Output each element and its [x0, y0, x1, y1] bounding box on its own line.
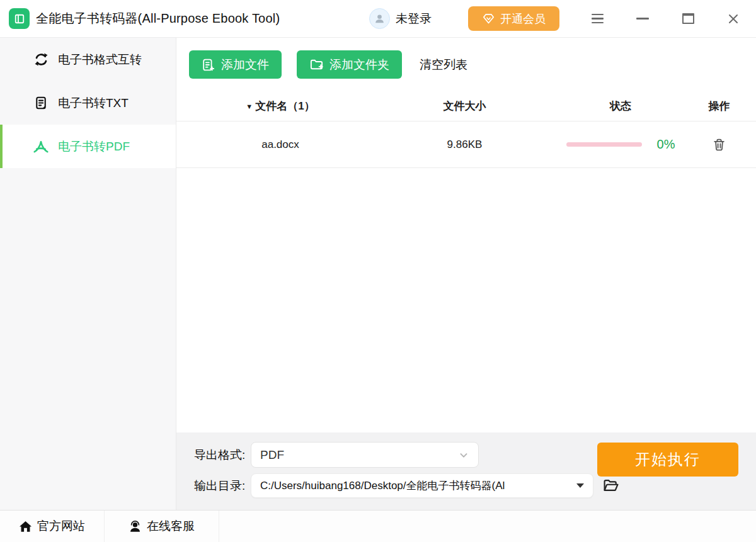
- file-size: 9.86KB: [384, 138, 545, 151]
- file-list-empty-area: [176, 168, 756, 432]
- add-folder-button[interactable]: 添加文件夹: [297, 50, 402, 79]
- sort-desc-icon: ▼: [246, 103, 253, 110]
- login-status[interactable]: 未登录: [396, 11, 432, 27]
- start-button[interactable]: 开始执行: [597, 443, 738, 477]
- trash-icon: [713, 138, 726, 151]
- sidebar-item-label: 电子书格式互转: [58, 52, 142, 68]
- titlebar: 全能电子书转码器(All-Purpose Ebook Tool) 未登录 开通会…: [0, 0, 756, 38]
- user-icon: [374, 13, 386, 25]
- caret-down-icon: [576, 483, 584, 488]
- output-dir-label: 输出目录:: [194, 478, 246, 494]
- footer-support-label: 在线客服: [147, 518, 195, 534]
- header-action: 操作: [696, 99, 756, 113]
- maximize-icon: [682, 13, 694, 24]
- file-status: 0%: [545, 137, 696, 152]
- vip-button[interactable]: 开通会员: [468, 6, 559, 31]
- header-filename-label: 文件名（1）: [255, 99, 314, 113]
- titlebar-right: 未登录 开通会员: [369, 6, 741, 31]
- file-action: [696, 138, 756, 151]
- add-folder-icon: [309, 57, 324, 72]
- add-file-label: 添加文件: [221, 57, 269, 73]
- delete-file-button[interactable]: [713, 138, 726, 151]
- pdf-icon: [33, 138, 49, 155]
- chevron-down-icon: [458, 449, 469, 461]
- close-icon: [727, 13, 740, 25]
- maximize-button[interactable]: [680, 11, 696, 26]
- main-panel: 添加文件 添加文件夹 清空列表 ▼ 文件名（1） 文件大小: [176, 38, 756, 510]
- headset-icon: [129, 520, 142, 533]
- progress-bar: [566, 142, 642, 147]
- sidebar-item-label: 电子书转PDF: [58, 138, 130, 155]
- output-dir-select[interactable]: C:/Users/huibang168/Desktop/全能电子书转码器(Al: [251, 473, 593, 498]
- header-filename[interactable]: ▼ 文件名（1）: [176, 99, 384, 113]
- table-row[interactable]: aa.docx 9.86KB 0%: [176, 121, 756, 168]
- export-format-value: PDF: [260, 448, 284, 462]
- footer-website-link[interactable]: 官方网站: [0, 511, 105, 542]
- hamburger-icon: [592, 14, 604, 24]
- vip-gem-icon: [482, 12, 495, 25]
- output-dir-row: 输出目录: C:/Users/huibang168/Desktop/全能电子书转…: [194, 473, 738, 498]
- close-button[interactable]: [726, 11, 741, 26]
- file-name: aa.docx: [176, 138, 384, 151]
- sidebar-item-format-convert[interactable]: 电子书格式互转: [0, 38, 176, 81]
- minimize-icon: [636, 18, 649, 20]
- sidebar-item-to-pdf[interactable]: 电子书转PDF: [0, 125, 176, 168]
- add-file-icon: [202, 58, 215, 72]
- export-format-select[interactable]: PDF: [251, 442, 479, 468]
- footer: 官方网站 在线客服: [0, 510, 756, 542]
- sidebar-item-to-txt[interactable]: 电子书转TXT: [0, 81, 176, 125]
- output-dir-value: C:/Users/huibang168/Desktop/全能电子书转码器(Al: [260, 478, 505, 493]
- progress-percent: 0%: [657, 137, 675, 152]
- header-status: 状态: [545, 99, 696, 113]
- app-title: 全能电子书转码器(All-Purpose Ebook Tool): [36, 10, 280, 27]
- book-icon: [13, 13, 26, 25]
- export-format-label: 导出格式:: [194, 447, 246, 463]
- action-panel: 导出格式: PDF 输出目录: C:/Users/huibang168/Desk…: [176, 432, 756, 510]
- window-body: 电子书格式互转 电子书转TXT: [0, 38, 756, 510]
- txt-document-icon: [33, 96, 49, 110]
- open-folder-button[interactable]: [602, 477, 619, 494]
- minimize-button[interactable]: [635, 11, 650, 26]
- footer-support-link[interactable]: 在线客服: [105, 511, 219, 542]
- vip-button-label: 开通会员: [500, 11, 546, 26]
- menu-button[interactable]: [590, 11, 605, 26]
- add-folder-label: 添加文件夹: [329, 57, 389, 73]
- avatar[interactable]: [369, 8, 390, 29]
- convert-arrows-icon: [33, 52, 49, 67]
- footer-website-label: 官方网站: [37, 518, 85, 534]
- add-file-button[interactable]: 添加文件: [189, 50, 282, 79]
- app-logo-icon: [9, 8, 30, 29]
- app-window: 全能电子书转码器(All-Purpose Ebook Tool) 未登录 开通会…: [0, 0, 756, 542]
- sidebar: 电子书格式互转 电子书转TXT: [0, 38, 176, 510]
- folder-icon: [602, 477, 619, 494]
- toolbar: 添加文件 添加文件夹 清空列表: [176, 38, 756, 91]
- home-icon: [19, 520, 32, 533]
- sidebar-item-label: 电子书转TXT: [58, 95, 129, 111]
- header-filesize: 文件大小: [384, 99, 545, 113]
- clear-list-button[interactable]: 清空列表: [420, 57, 467, 73]
- file-table-header: ▼ 文件名（1） 文件大小 状态 操作: [176, 91, 756, 121]
